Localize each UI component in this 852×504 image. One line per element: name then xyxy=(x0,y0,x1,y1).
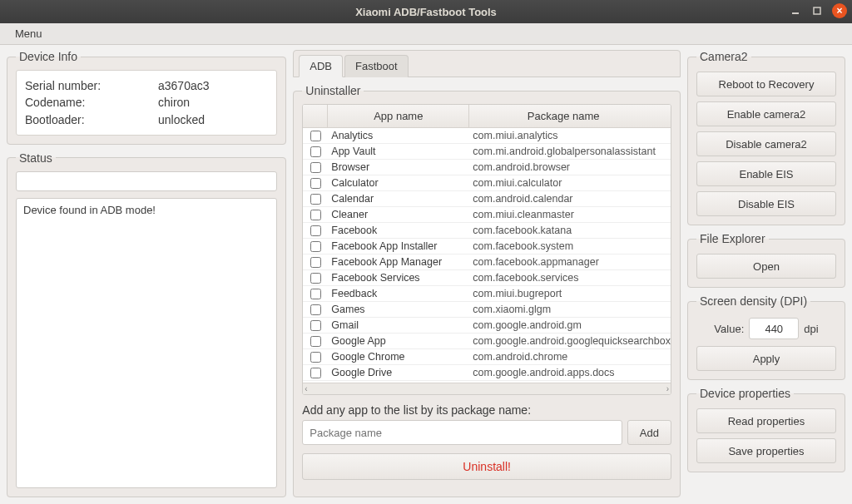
row-package: com.google.android.gm xyxy=(469,319,671,331)
serial-label: Serial number: xyxy=(25,77,158,94)
table-row[interactable]: Cleanercom.miui.cleanmaster xyxy=(303,207,671,223)
uninstall-button[interactable]: Uninstall! xyxy=(302,453,671,480)
row-app-name: Facebook Services xyxy=(328,272,469,284)
dpi-box: Screen density (DPI) Value: dpi Apply xyxy=(687,294,845,380)
row-package: com.facebook.appmanager xyxy=(469,256,671,268)
row-checkbox[interactable] xyxy=(310,225,321,236)
disable-camera2-button[interactable]: Disable camera2 xyxy=(696,131,836,156)
row-checkbox[interactable] xyxy=(310,304,321,315)
dpi-value-input[interactable] xyxy=(749,318,799,339)
row-checkbox[interactable] xyxy=(310,241,321,252)
table-row[interactable]: Facebook Servicescom.facebook.services xyxy=(303,270,671,286)
table-row[interactable]: Facebook App Installercom.facebook.syste… xyxy=(303,239,671,254)
menu-item-menu[interactable]: Menu xyxy=(10,25,47,42)
save-properties-button[interactable]: Save properties xyxy=(696,438,836,463)
tab-adb[interactable]: ADB xyxy=(299,55,343,77)
status-log: Device found in ADB mode! xyxy=(16,198,277,488)
table-row[interactable]: Google Drivecom.google.android.apps.docs xyxy=(303,365,671,381)
row-app-name: Analytics xyxy=(328,130,469,141)
scroll-left-icon[interactable]: ‹ xyxy=(305,384,307,393)
row-checkbox[interactable] xyxy=(310,162,321,173)
table-row[interactable]: App Vaultcom.mi.android.globalpersonalas… xyxy=(303,144,671,160)
table-row[interactable]: Calculatorcom.miui.calculator xyxy=(303,175,671,191)
apply-dpi-button[interactable]: Apply xyxy=(696,346,836,371)
add-button[interactable]: Add xyxy=(627,420,671,445)
row-package: com.android.chrome xyxy=(469,351,671,363)
file-explorer-title: File Explorer xyxy=(696,232,769,245)
row-app-name: Google Chrome xyxy=(328,351,469,363)
table-row[interactable]: Facebookcom.facebook.katana xyxy=(303,223,671,239)
row-app-name: Cleaner xyxy=(328,209,469,220)
package-name-input[interactable] xyxy=(302,420,622,445)
dpi-unit: dpi xyxy=(804,323,818,335)
camera2-box: Camera2 Reboot to Recovery Enable camera… xyxy=(687,50,845,225)
read-properties-button[interactable]: Read properties xyxy=(696,408,836,433)
table-row[interactable]: Facebook App Managercom.facebook.appmana… xyxy=(303,254,671,270)
horizontal-scrollbar[interactable]: ‹ › xyxy=(303,383,671,394)
row-checkbox[interactable] xyxy=(310,210,321,220)
tab-strip: ADB Fastboot xyxy=(293,50,681,77)
minimize-icon[interactable] xyxy=(789,4,802,17)
row-package: com.miui.analytics xyxy=(469,130,671,141)
table-body[interactable]: Analyticscom.miui.analyticsApp Vaultcom.… xyxy=(303,128,671,383)
row-checkbox[interactable] xyxy=(310,368,321,378)
file-explorer-box: File Explorer Open xyxy=(687,232,845,288)
table-row[interactable]: Google Chromecom.android.chrome xyxy=(303,349,671,365)
row-app-name: Facebook App Installer xyxy=(328,240,469,252)
row-package: com.facebook.katana xyxy=(469,225,671,236)
row-checkbox[interactable] xyxy=(310,146,321,157)
row-checkbox[interactable] xyxy=(310,194,321,205)
row-checkbox[interactable] xyxy=(310,131,321,141)
table-row[interactable]: Browsercom.android.browser xyxy=(303,160,671,175)
status-box: Status Device found in ADB mode! xyxy=(7,151,286,497)
table-header: App name Package name xyxy=(303,105,671,128)
row-checkbox[interactable] xyxy=(310,257,321,268)
row-checkbox[interactable] xyxy=(310,273,321,284)
device-info-title: Device Info xyxy=(16,50,81,63)
serial-value: a3670ac3 xyxy=(158,77,210,94)
table-row[interactable]: Gmailcom.google.android.gm xyxy=(303,318,671,334)
status-title: Status xyxy=(16,151,56,165)
col-app-name[interactable]: App name xyxy=(328,105,469,128)
row-package: com.google.android.googlequicksearchbox xyxy=(469,335,671,347)
codename-value: chiron xyxy=(158,94,190,111)
row-package: com.miui.cleanmaster xyxy=(469,209,671,220)
table-row[interactable]: Analyticscom.miui.analytics xyxy=(303,128,671,144)
open-file-explorer-button[interactable]: Open xyxy=(696,254,836,279)
table-row[interactable]: Calendarcom.android.calendar xyxy=(303,191,671,207)
row-checkbox[interactable] xyxy=(310,320,321,331)
maximize-icon[interactable] xyxy=(810,4,824,17)
tab-fastboot[interactable]: Fastboot xyxy=(344,55,409,77)
row-package: com.facebook.services xyxy=(469,272,671,284)
dpi-value-label: Value: xyxy=(714,323,744,335)
row-checkbox[interactable] xyxy=(310,336,321,347)
row-app-name: Feedback xyxy=(328,288,469,299)
scroll-right-icon[interactable]: › xyxy=(666,384,669,393)
camera2-title: Camera2 xyxy=(696,50,751,63)
row-checkbox[interactable] xyxy=(310,289,321,299)
device-properties-box: Device properties Read properties Save p… xyxy=(687,387,845,472)
status-input[interactable] xyxy=(16,171,277,191)
row-checkbox[interactable] xyxy=(310,352,321,363)
row-app-name: Google Drive xyxy=(328,367,469,378)
close-icon[interactable]: × xyxy=(832,3,847,18)
row-app-name: Google App xyxy=(328,335,469,347)
codename-label: Codename: xyxy=(25,94,158,111)
device-properties-title: Device properties xyxy=(696,387,794,400)
row-checkbox[interactable] xyxy=(310,178,321,189)
col-package[interactable]: Package name xyxy=(469,105,657,128)
device-info-box: Device Info Serial number:a3670ac3 Coden… xyxy=(7,50,286,145)
titlebar: Xiaomi ADB/Fastboot Tools × xyxy=(0,0,852,23)
app-table: App name Package name Analyticscom.miui.… xyxy=(302,104,671,395)
table-row[interactable]: Gamescom.xiaomi.glgm xyxy=(303,302,671,318)
enable-camera2-button[interactable]: Enable camera2 xyxy=(696,101,836,126)
table-row[interactable]: Feedbackcom.miui.bugreport xyxy=(303,286,671,302)
device-info-readout: Serial number:a3670ac3 Codename:chiron B… xyxy=(16,70,277,136)
enable-eis-button[interactable]: Enable EIS xyxy=(696,161,836,186)
disable-eis-button[interactable]: Disable EIS xyxy=(696,191,836,216)
table-row[interactable]: Google Appcom.google.android.googlequick… xyxy=(303,334,671,349)
row-package: com.android.browser xyxy=(469,161,671,173)
row-package: com.google.android.apps.docs xyxy=(469,367,671,378)
reboot-recovery-button[interactable]: Reboot to Recovery xyxy=(696,72,836,96)
row-package: com.mi.android.globalpersonalassistant xyxy=(469,146,671,157)
